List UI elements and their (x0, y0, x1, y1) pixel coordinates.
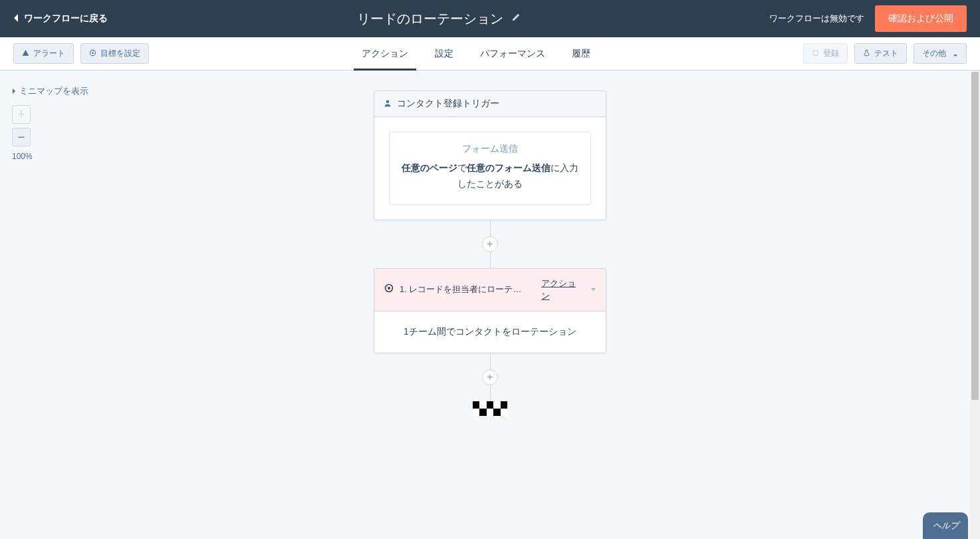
trigger-criteria-box[interactable]: フォーム送信 任意のページで任意のフォーム送信に入力したことがある (389, 132, 591, 205)
set-goal-button-label: 目標を設定 (100, 48, 140, 59)
minimap-toggle[interactable]: ミニマップを表示 (12, 85, 88, 97)
tab-performance[interactable]: パフォーマンス (480, 37, 545, 70)
workflow-flow: コンタクト登録トリガー フォーム送信 任意のページで任意のフォーム送信に入力した… (374, 90, 606, 416)
canvas-controls: ミニマップを表示 + − 100% (12, 85, 88, 161)
desc-any-page: 任意のページ (402, 162, 457, 173)
add-step-button[interactable]: + (482, 236, 498, 252)
toolbar-left: アラート 目標を設定 (13, 43, 149, 64)
register-button-label: 登録 (823, 48, 839, 59)
test-button[interactable]: テスト (854, 43, 907, 64)
edit-title-icon[interactable] (511, 13, 521, 25)
top-bar: ワークフローに戻る リードのローテーション ワークフローは無効です 確認および公… (0, 0, 980, 37)
zoom-out-button[interactable]: − (12, 128, 31, 146)
action-card-header: 1. レコードを担当者にローテ… アクション (374, 269, 606, 311)
topbar-right: ワークフローは無効です 確認および公開 (769, 5, 967, 32)
workflow-status-text: ワークフローは無効です (769, 13, 864, 25)
svg-point-5 (388, 287, 390, 289)
chevron-right-icon (12, 87, 17, 96)
vertical-scrollbar[interactable] (970, 71, 980, 539)
more-button[interactable]: その他 (914, 43, 967, 64)
flask-icon (863, 49, 870, 59)
tab-history[interactable]: 履歴 (572, 37, 590, 70)
scrollbar-thumb[interactable] (971, 72, 979, 400)
review-and-publish-button[interactable]: 確認および公開 (875, 5, 967, 32)
tabs: アクション 設定 パフォーマンス 履歴 (149, 37, 803, 70)
rotate-owner-icon (384, 283, 394, 296)
action-menu-link[interactable]: アクション (541, 277, 581, 303)
svg-point-3 (386, 100, 390, 104)
chevron-left-icon (13, 13, 19, 25)
topbar-center: リードのローテーション (108, 10, 769, 28)
register-button: 登録 (803, 43, 848, 64)
more-button-label: その他 (922, 48, 946, 59)
add-step-button[interactable]: + (482, 369, 498, 385)
connector-line (490, 353, 491, 369)
contact-icon (384, 98, 392, 109)
desc-any-form: 任意のフォーム送信 (467, 162, 551, 173)
trigger-card-body: フォーム送信 任意のページで任意のフォーム送信に入力したことがある (374, 117, 606, 220)
target-icon (89, 49, 96, 59)
help-button[interactable]: ヘルプ (923, 512, 968, 539)
svg-rect-2 (813, 51, 818, 55)
trigger-criteria-desc: 任意のページで任意のフォーム送信に入力したことがある (402, 160, 578, 192)
set-goal-button[interactable]: 目標を設定 (80, 43, 149, 64)
register-icon (812, 49, 819, 59)
workflow-title: リードのローテーション (357, 10, 503, 28)
svg-point-1 (92, 52, 94, 54)
back-to-workflows-link[interactable]: ワークフローに戻る (13, 13, 108, 25)
secondary-toolbar: アラート 目標を設定 アクション 設定 パフォーマンス 履歴 登録 テスト その… (0, 37, 980, 71)
alert-button[interactable]: アラート (13, 43, 74, 64)
test-button-label: テスト (874, 48, 898, 59)
caret-down-icon (586, 283, 596, 295)
tab-action[interactable]: アクション (362, 37, 408, 70)
action-card[interactable]: 1. レコードを担当者にローテ… アクション 1チーム間でコンタクトをローテーシ… (374, 268, 606, 353)
trigger-card[interactable]: コンタクト登録トリガー フォーム送信 任意のページで任意のフォーム送信に入力した… (374, 90, 606, 220)
toolbar-right: 登録 テスト その他 (803, 43, 967, 64)
zoom-level-label: 100% (12, 152, 33, 161)
connector-line (490, 385, 491, 401)
alert-icon (22, 49, 29, 59)
connector-line (490, 252, 491, 268)
alert-button-label: アラート (33, 48, 65, 59)
caret-down-icon (953, 51, 958, 57)
tab-settings[interactable]: 設定 (435, 37, 453, 70)
action-card-body: 1チーム間でコンタクトをローテーション (374, 311, 606, 353)
trigger-card-title: コンタクト登録トリガー (397, 98, 499, 110)
minimap-toggle-label: ミニマップを表示 (19, 85, 88, 97)
back-label: ワークフローに戻る (24, 13, 108, 25)
connector-line (490, 220, 491, 236)
trigger-card-header: コンタクト登録トリガー (374, 91, 606, 117)
desc-mid1: で (457, 162, 467, 173)
finish-flag-icon (473, 401, 507, 416)
zoom-in-button: + (12, 105, 31, 124)
trigger-criteria-title: フォーム送信 (402, 143, 578, 155)
action-step-label: 1. レコードを担当者にローテ… (400, 283, 536, 295)
workflow-canvas[interactable]: ミニマップを表示 + − 100% コンタクト登録トリガー フォーム送信 任意の… (0, 71, 980, 539)
